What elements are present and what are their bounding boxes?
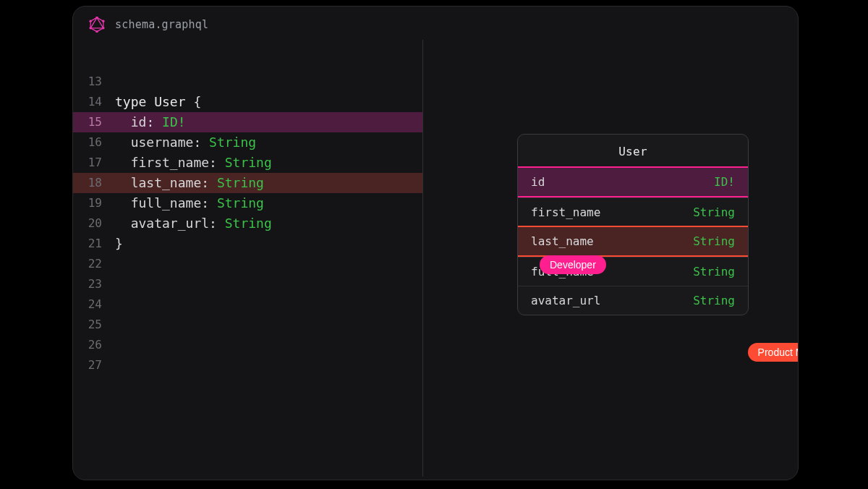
line-number: 26 [73,335,115,355]
code-content[interactable]: avatar_url: String [115,213,272,234]
line-number: 21 [73,234,115,254]
code-pane[interactable]: 1314type User {15 id: ID!16 username: St… [73,40,423,477]
line-number: 17 [73,153,115,173]
file-name: schema.graphql [115,18,208,31]
line-number: 27 [73,355,115,375]
code-line[interactable]: 22 [73,254,422,274]
code-line[interactable]: 15 id: ID! [73,112,422,132]
code-line[interactable]: 18 last_name: String [73,173,422,193]
line-number: 15 [73,112,115,132]
schema-field-type: String [693,294,735,307]
titlebar: schema.graphql [73,7,798,40]
schema-field-row[interactable]: last_nameString [518,226,748,257]
line-number: 25 [73,315,115,335]
code-line[interactable]: 24 [73,294,422,315]
line-number: 19 [73,193,115,213]
line-number: 16 [73,132,115,153]
code-line[interactable]: 16 username: String [73,132,422,153]
cursor-badge-product-manager: Product Manager [748,343,799,362]
editor-window: schema.graphql 1314type User {15 id: ID!… [72,6,799,480]
line-number: 18 [73,173,115,193]
svg-point-3 [102,20,105,22]
code-line[interactable]: 14type User { [73,92,422,112]
line-number: 20 [73,213,115,234]
cursor-badge-developer: Developer [540,255,606,274]
schema-field-name: last_name [531,234,594,248]
code-line[interactable]: 27 [73,355,422,375]
schema-field-name: first_name [531,205,600,219]
graphql-icon [89,17,105,33]
schema-field-row[interactable]: idID! [518,166,748,197]
code-line[interactable]: 26 [73,335,422,355]
split-view: 1314type User {15 id: ID!16 username: St… [73,40,798,477]
svg-marker-1 [90,17,103,28]
code-content[interactable]: type User { [115,92,201,112]
code-line[interactable]: 19 full_name: String [73,193,422,213]
code-line[interactable]: 20 avatar_url: String [73,213,422,234]
code-line[interactable]: 17 first_name: String [73,153,422,173]
line-number: 23 [73,274,115,294]
schema-field-type: ID! [714,175,735,189]
code-content[interactable]: last_name: String [115,173,264,193]
line-number: 13 [73,72,115,92]
code-content[interactable]: username: String [115,132,256,153]
schema-field-type: String [693,265,735,278]
schema-field-type: String [693,234,735,248]
svg-point-4 [102,27,105,30]
line-number: 22 [73,254,115,274]
code-line[interactable]: 13 [73,72,422,92]
schema-field-name: avatar_url [531,294,600,307]
code-content[interactable]: id: ID! [115,112,186,132]
svg-point-6 [89,27,92,30]
schema-card: Developer Product Manager User idID!firs… [517,134,749,315]
line-number: 14 [73,92,115,112]
code-content[interactable]: full_name: String [115,193,264,213]
schema-field-type: String [693,205,735,219]
code-line[interactable]: 23 [73,274,422,294]
schema-card-title: User [518,135,748,167]
preview-pane: Developer Product Manager User idID!firs… [423,40,798,477]
schema-field-name: id [531,175,545,189]
schema-field-row[interactable]: first_nameString [518,197,748,226]
svg-point-7 [89,20,92,22]
line-number: 24 [73,294,115,315]
code-content[interactable]: first_name: String [115,153,272,173]
code-line[interactable]: 25 [73,315,422,335]
code-editor[interactable]: 1314type User {15 id: ID!16 username: St… [73,72,422,375]
code-content[interactable]: } [115,234,123,254]
code-line[interactable]: 21} [73,234,422,254]
schema-field-row[interactable]: avatar_urlString [518,286,748,315]
